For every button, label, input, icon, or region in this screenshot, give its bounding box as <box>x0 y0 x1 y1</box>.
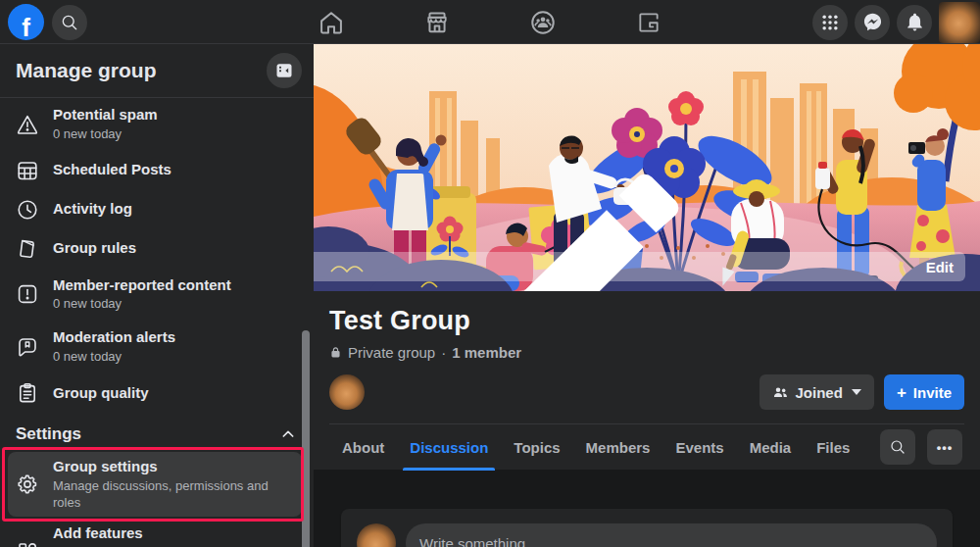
tab-discussion[interactable]: Discussion <box>397 424 501 471</box>
top-navigation-bar: f <box>0 0 980 44</box>
settings-section-title: Settings <box>16 424 81 444</box>
marketplace-icon <box>423 9 451 36</box>
tab-topics[interactable]: Topics <box>501 424 572 471</box>
item-sub: Manage discussions, permissions and role… <box>53 478 284 512</box>
caret-down-icon <box>852 389 861 395</box>
tab-files[interactable]: Files <box>804 424 862 471</box>
sidebar-item-activity-log[interactable]: Activity log <box>0 190 314 229</box>
sidebar-item-group-quality[interactable]: Group quality <box>0 373 314 413</box>
apps-menu-button[interactable] <box>812 5 848 40</box>
cover-photo[interactable]: Edit <box>314 44 980 291</box>
plus-icon: + <box>897 384 906 401</box>
rules-book-icon <box>16 237 39 261</box>
group-search-button[interactable] <box>880 429 915 465</box>
notifications-button[interactable] <box>897 5 932 40</box>
item-label: Group rules <box>53 239 136 258</box>
gear-icon <box>16 472 39 496</box>
gaming-tab[interactable] <box>635 9 662 36</box>
privacy-label[interactable]: Private group <box>348 344 435 361</box>
item-sub: 0 new today <box>53 126 158 143</box>
joined-label: Joined <box>796 384 843 401</box>
group-header: Test Group Private group · 1 member <box>314 291 980 470</box>
write-something-input[interactable]: Write something <box>406 523 937 547</box>
more-icon: ••• <box>937 440 954 455</box>
sidebar-item-group-settings[interactable]: Group settings Manage discussions, permi… <box>8 452 302 518</box>
home-tab[interactable] <box>318 9 345 36</box>
item-label: Moderation alerts <box>53 328 175 347</box>
shapes-icon <box>16 540 39 547</box>
tab-members[interactable]: Members <box>573 424 663 471</box>
post-composer-card: Write something <box>341 509 953 547</box>
report-square-icon <box>16 282 39 306</box>
sidebar-item-add-features[interactable]: Add features Choose post formats, badges… <box>8 519 302 547</box>
groups-icon <box>529 9 557 36</box>
member-count[interactable]: 1 member <box>452 344 521 361</box>
marketplace-tab[interactable] <box>423 9 451 36</box>
edit-cover-label: Edit <box>926 259 954 275</box>
moderation-chat-icon <box>16 335 39 359</box>
group-tabs-bar: About Discussion Topics Members Events M… <box>329 423 964 470</box>
sidebar-item-potential-spam[interactable]: Potential spam 0 new today <box>0 98 314 151</box>
composer-avatar[interactable] <box>357 523 396 547</box>
clipboard-icon <box>16 381 39 405</box>
item-label: Member-reported content <box>53 276 231 295</box>
tab-media[interactable]: Media <box>737 424 805 471</box>
sidebar-scrollbar-thumb[interactable] <box>302 330 310 547</box>
group-main-area: Edit Test Group Private group · 1 member <box>314 44 980 547</box>
group-tabs: About Discussion Topics Members Events M… <box>329 424 862 471</box>
item-label: Scheduled Posts <box>53 161 172 179</box>
invite-button[interactable]: + Invite <box>884 374 964 410</box>
warning-triangle-icon <box>16 113 39 136</box>
group-privacy-line: Private group · 1 member <box>329 344 964 361</box>
edit-cover-button[interactable]: Edit <box>314 252 965 281</box>
facebook-logo[interactable]: f <box>8 4 44 40</box>
invite-label: Invite <box>913 384 952 401</box>
messenger-icon <box>862 12 883 32</box>
member-avatar[interactable] <box>329 374 365 410</box>
item-sub: 0 new today <box>53 296 231 313</box>
group-title: Test Group <box>329 291 964 336</box>
sidebar-header: Manage group <box>0 44 314 98</box>
item-sub: 0 new today <box>53 349 175 366</box>
profile-avatar[interactable] <box>939 2 980 43</box>
facebook-group-admin-page: f <box>0 0 980 547</box>
joined-button[interactable]: Joined <box>760 374 874 410</box>
chevron-up-icon <box>280 426 296 442</box>
item-label: Add features <box>53 524 276 543</box>
top-center-tabs <box>318 0 662 44</box>
tab-about[interactable]: About <box>329 424 397 471</box>
sidebar-collapse-icon <box>274 61 294 80</box>
search-icon <box>889 438 906 456</box>
sidebar-title: Manage group <box>16 59 157 82</box>
item-label: Activity log <box>53 200 132 219</box>
members-and-actions-row: Joined + Invite <box>329 374 964 410</box>
tab-actions: ••• <box>880 429 964 465</box>
separator-dot: · <box>441 344 446 361</box>
sidebar-item-member-reported-content[interactable]: Member-reported content 0 new today <box>0 269 314 322</box>
bell-icon <box>905 12 925 32</box>
groups-tab[interactable] <box>529 9 557 36</box>
messenger-button[interactable] <box>855 5 890 40</box>
feed-area: Write something <box>314 470 980 539</box>
more-options-button[interactable]: ••• <box>927 429 962 465</box>
gaming-icon <box>636 10 662 35</box>
manage-group-sidebar: Manage group Potential spam 0 n <box>0 44 314 547</box>
apps-grid-icon <box>820 13 840 32</box>
item-label: Potential spam <box>53 106 158 124</box>
pencil-icon <box>314 143 919 291</box>
item-label: Group settings <box>53 458 284 476</box>
home-icon <box>318 9 345 36</box>
lock-icon <box>329 346 342 359</box>
search-icon <box>60 13 79 32</box>
joined-people-icon <box>772 384 789 401</box>
search-button[interactable] <box>52 5 87 40</box>
sidebar-item-moderation-alerts[interactable]: Moderation alerts 0 new today <box>0 321 314 373</box>
collapse-sidebar-button[interactable] <box>267 53 302 88</box>
sidebar-item-group-rules[interactable]: Group rules <box>0 229 314 269</box>
settings-section-header[interactable]: Settings <box>0 413 314 450</box>
item-label: Group quality <box>53 384 149 403</box>
sidebar-item-scheduled-posts[interactable]: Scheduled Posts <box>0 151 314 190</box>
top-right-controls <box>812 0 980 44</box>
clock-icon <box>16 198 39 222</box>
tab-events[interactable]: Events <box>662 424 736 471</box>
